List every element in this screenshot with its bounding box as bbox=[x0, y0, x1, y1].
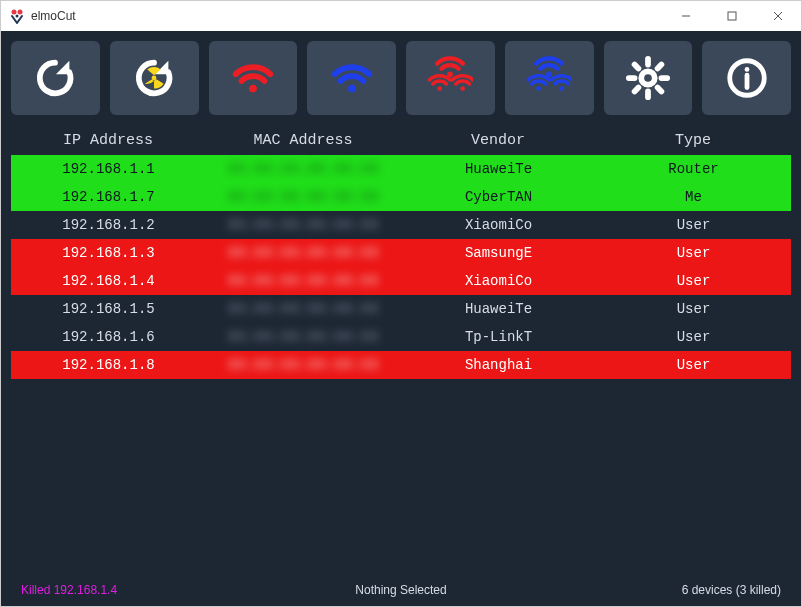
window-title: elmoCut bbox=[31, 9, 76, 23]
table-row[interactable]: 192.168.1.8XX:XX:XX:XX:XX:XXShanghaiUser bbox=[11, 351, 791, 379]
cell-vendor: CyberTAN bbox=[401, 189, 596, 205]
col-mac[interactable]: MAC Address bbox=[206, 132, 401, 149]
table-row[interactable]: 192.168.1.3XX:XX:XX:XX:XX:XXSamsungEUser bbox=[11, 239, 791, 267]
about-button[interactable] bbox=[702, 41, 791, 115]
wifi-blue-multi-icon bbox=[526, 55, 572, 101]
app-icon bbox=[9, 8, 25, 24]
cell-ip: 192.168.1.7 bbox=[11, 189, 206, 205]
svg-line-21 bbox=[634, 65, 638, 69]
svg-point-15 bbox=[559, 86, 564, 91]
wifi-blue-icon bbox=[329, 55, 375, 101]
svg-rect-4 bbox=[728, 12, 736, 20]
svg-point-16 bbox=[641, 71, 654, 84]
svg-point-11 bbox=[438, 86, 443, 91]
cut-one-button[interactable] bbox=[209, 41, 298, 115]
uncut-all-button[interactable] bbox=[505, 41, 594, 115]
col-type[interactable]: Type bbox=[596, 132, 791, 149]
settings-button[interactable] bbox=[604, 41, 693, 115]
cell-vendor: HuaweiTe bbox=[401, 161, 596, 177]
cell-type: Router bbox=[596, 161, 791, 177]
toolbar bbox=[11, 41, 791, 115]
svg-point-1 bbox=[18, 10, 23, 15]
cell-type: User bbox=[596, 357, 791, 373]
svg-point-12 bbox=[461, 86, 466, 91]
cell-type: User bbox=[596, 329, 791, 345]
table-body: 192.168.1.1XX:XX:XX:XX:XX:XXHuaweiTeRout… bbox=[11, 155, 791, 574]
cell-mac: XX:XX:XX:XX:XX:XX bbox=[206, 329, 401, 345]
refresh-icon bbox=[32, 55, 78, 101]
status-right: 6 devices (3 killed) bbox=[682, 583, 781, 597]
gear-icon bbox=[625, 55, 671, 101]
device-table: IP Address MAC Address Vendor Type 192.1… bbox=[11, 125, 791, 574]
wifi-red-multi-icon bbox=[427, 55, 473, 101]
cell-type: User bbox=[596, 273, 791, 289]
close-button[interactable] bbox=[755, 1, 801, 31]
cell-type: Me bbox=[596, 189, 791, 205]
svg-point-2 bbox=[16, 15, 19, 18]
cell-vendor: Tp-LinkT bbox=[401, 329, 596, 345]
cell-vendor: XiaomiCo bbox=[401, 217, 596, 233]
cell-mac: XX:XX:XX:XX:XX:XX bbox=[206, 189, 401, 205]
cell-mac: XX:XX:XX:XX:XX:XX bbox=[206, 273, 401, 289]
col-ip[interactable]: IP Address bbox=[11, 132, 206, 149]
table-row[interactable]: 192.168.1.7XX:XX:XX:XX:XX:XXCyberTANMe bbox=[11, 183, 791, 211]
svg-point-9 bbox=[348, 85, 356, 93]
cell-ip: 192.168.1.5 bbox=[11, 301, 206, 317]
cell-type: User bbox=[596, 245, 791, 261]
cell-mac: XX:XX:XX:XX:XX:XX bbox=[206, 245, 401, 261]
cell-vendor: HuaweiTe bbox=[401, 301, 596, 317]
cell-mac: XX:XX:XX:XX:XX:XX bbox=[206, 301, 401, 317]
cell-type: User bbox=[596, 301, 791, 317]
cell-ip: 192.168.1.8 bbox=[11, 357, 206, 373]
radiation-refresh-icon bbox=[131, 55, 177, 101]
svg-point-0 bbox=[12, 10, 17, 15]
status-center: Nothing Selected bbox=[355, 583, 446, 597]
cell-vendor: XiaomiCo bbox=[401, 273, 596, 289]
cut-all-button[interactable] bbox=[406, 41, 495, 115]
uncut-one-button[interactable] bbox=[307, 41, 396, 115]
app-body: IP Address MAC Address Vendor Type 192.1… bbox=[1, 31, 801, 606]
table-row[interactable]: 192.168.1.2XX:XX:XX:XX:XX:XXXiaomiCoUser bbox=[11, 211, 791, 239]
cell-vendor: Shanghai bbox=[401, 357, 596, 373]
cell-ip: 192.168.1.4 bbox=[11, 273, 206, 289]
info-icon bbox=[724, 55, 770, 101]
table-row[interactable]: 192.168.1.4XX:XX:XX:XX:XX:XXXiaomiCoUser bbox=[11, 267, 791, 295]
cell-mac: XX:XX:XX:XX:XX:XX bbox=[206, 161, 401, 177]
cell-ip: 192.168.1.3 bbox=[11, 245, 206, 261]
title-bar: elmoCut bbox=[1, 1, 801, 31]
refresh-button[interactable] bbox=[11, 41, 100, 115]
scan-button[interactable] bbox=[110, 41, 199, 115]
table-row[interactable]: 192.168.1.1XX:XX:XX:XX:XX:XXHuaweiTeRout… bbox=[11, 155, 791, 183]
cell-ip: 192.168.1.6 bbox=[11, 329, 206, 345]
cell-vendor: SamsungE bbox=[401, 245, 596, 261]
svg-point-26 bbox=[744, 67, 749, 72]
status-bar: Killed 192.168.1.4 Nothing Selected 6 de… bbox=[11, 580, 791, 606]
table-row[interactable]: 192.168.1.5XX:XX:XX:XX:XX:XXHuaweiTeUser bbox=[11, 295, 791, 323]
table-row[interactable]: 192.168.1.6XX:XX:XX:XX:XX:XXTp-LinkTUser bbox=[11, 323, 791, 351]
window-controls bbox=[663, 1, 801, 31]
svg-point-8 bbox=[249, 85, 257, 93]
table-header: IP Address MAC Address Vendor Type bbox=[11, 125, 791, 155]
svg-line-23 bbox=[657, 65, 661, 69]
wifi-red-icon bbox=[230, 55, 276, 101]
col-vendor[interactable]: Vendor bbox=[401, 132, 596, 149]
status-left: Killed 192.168.1.4 bbox=[21, 583, 117, 597]
cell-ip: 192.168.1.1 bbox=[11, 161, 206, 177]
svg-point-14 bbox=[536, 86, 541, 91]
maximize-button[interactable] bbox=[709, 1, 755, 31]
cell-ip: 192.168.1.2 bbox=[11, 217, 206, 233]
cell-type: User bbox=[596, 217, 791, 233]
svg-point-7 bbox=[152, 76, 157, 81]
svg-line-22 bbox=[657, 88, 661, 92]
cell-mac: XX:XX:XX:XX:XX:XX bbox=[206, 357, 401, 373]
svg-line-24 bbox=[634, 88, 638, 92]
cell-mac: XX:XX:XX:XX:XX:XX bbox=[206, 217, 401, 233]
minimize-button[interactable] bbox=[663, 1, 709, 31]
